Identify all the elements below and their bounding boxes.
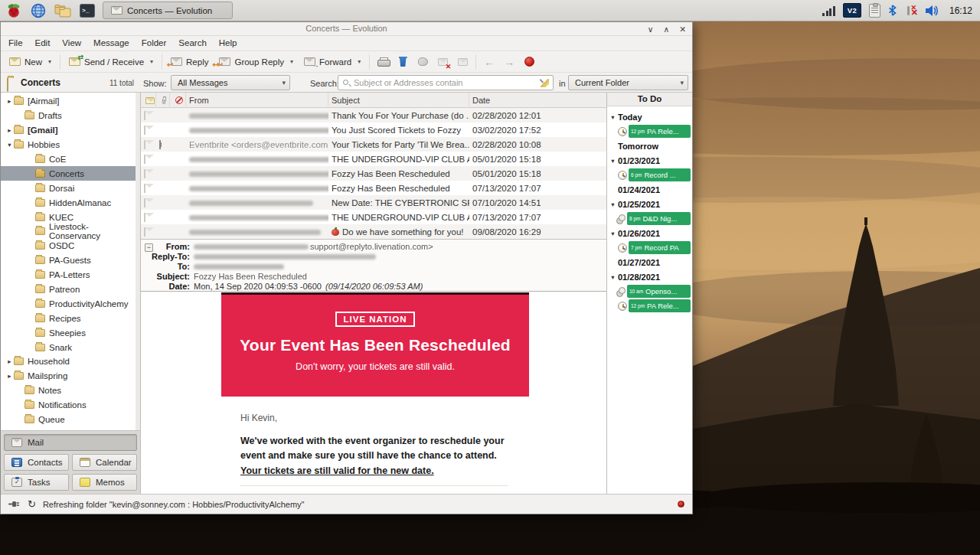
folder-row[interactable]: PA-Guests <box>1 253 136 268</box>
todo-group-row[interactable]: ▾ 01/23/2021 <box>607 153 692 168</box>
folder-row[interactable]: Snark <box>1 340 136 354</box>
folder-row[interactable]: Recipes <box>1 311 136 325</box>
date-column-header[interactable]: Date <box>469 93 606 108</box>
maximize-button[interactable]: ∧ <box>664 25 670 34</box>
flag-column-header[interactable] <box>170 93 186 108</box>
folder-row[interactable]: PA-Letters <box>1 268 136 282</box>
folder-row[interactable]: ▸ Mailspring <box>1 369 136 384</box>
message-row[interactable]: Fozzy Has Been Rescheduled 05/01/2020 15… <box>141 166 606 181</box>
expander-arrow-icon[interactable]: ▸ <box>5 357 14 365</box>
junk-button[interactable] <box>413 53 433 71</box>
archive-button[interactable] <box>452 53 472 71</box>
switcher-button[interactable]: Mail <box>4 434 137 451</box>
bluetooth-icon[interactable] <box>888 5 897 16</box>
menu-item[interactable]: Folder <box>136 36 173 51</box>
forward-button[interactable]: → Forward ▾ <box>299 53 366 71</box>
todo-group-row[interactable]: ▾ 01/26/2021 <box>607 226 692 240</box>
send-receive-button[interactable]: ⇄ Send / Receive ▾ <box>64 53 158 71</box>
terminal-launcher[interactable]: >_ <box>78 2 96 20</box>
switcher-button[interactable]: Contacts <box>4 454 69 471</box>
folder-row[interactable]: ▾ Hobbies <box>1 138 136 152</box>
minimize-button[interactable]: ∨ <box>648 25 654 34</box>
menu-item[interactable]: File <box>2 36 29 51</box>
search-scope-dropdown[interactable]: Current Folder <box>568 75 688 90</box>
message-row[interactable]: THE UNDERGROUND-VIP CLUB A... 07/13/2020… <box>141 210 606 224</box>
folder-row[interactable]: Sheepies <box>1 325 136 340</box>
todo-group-row[interactable]: 01/24/2021 <box>607 182 692 197</box>
menu-item[interactable]: Edit <box>29 36 57 51</box>
window-titlebar[interactable]: Concerts — Evolution ∨ ∧ ✕ <box>1 22 692 36</box>
activity-indicator[interactable] <box>678 501 684 508</box>
todo-group-row[interactable]: ▾ 01/28/2021 <box>607 269 692 284</box>
search-input[interactable] <box>354 78 537 87</box>
menu-item[interactable]: Search <box>172 36 212 51</box>
todo-event-chip[interactable]: 10 am Openso... <box>627 285 691 298</box>
expander-arrow-icon[interactable]: ▾ <box>609 157 616 165</box>
network-offline-icon[interactable]: ✕✕ <box>904 5 918 17</box>
todo-event-chip[interactable]: 8 pm D&D Nig... <box>627 212 691 225</box>
folder-row[interactable]: OSDC <box>1 239 136 253</box>
not-junk-button[interactable]: ✕ <box>433 53 452 71</box>
status-column-header[interactable] <box>141 93 156 108</box>
switcher-button[interactable]: Tasks <box>4 474 69 491</box>
todo-event-chip[interactable]: 12 pm PA Rele... <box>629 125 691 138</box>
message-row[interactable]: Thank You For Your Purchase (do ... 02/2… <box>141 108 606 122</box>
online-status-icon[interactable] <box>8 500 21 508</box>
expander-arrow-icon[interactable]: ▸ <box>5 126 14 134</box>
message-row[interactable]: Do we have something for you! 09/08/2020… <box>141 224 606 239</box>
clock[interactable]: 16:12 <box>949 5 972 16</box>
sidebar-scrollbar[interactable] <box>136 93 140 436</box>
switcher-button[interactable]: Memos <box>72 474 137 491</box>
show-filter-dropdown[interactable]: All Messages <box>171 75 290 90</box>
print-button[interactable] <box>373 53 393 71</box>
delete-button[interactable] <box>393 53 413 71</box>
collapse-headers-button[interactable]: − <box>145 243 153 252</box>
message-row[interactable]: THE UNDERGROUND-VIP CLUB A... 05/01/2020… <box>141 152 606 166</box>
folder-row[interactable]: ProductivityAlchemy <box>1 296 136 311</box>
taskbar-window-button[interactable]: Concerts — Evolution <box>103 2 233 19</box>
expander-arrow-icon[interactable]: ▸ <box>5 97 14 105</box>
tickets-valid-link[interactable]: Your tickets are still valid for the new… <box>240 465 434 476</box>
message-row[interactable]: Eventbrite <orders@eventbrite.com> Your … <box>141 137 606 152</box>
expander-arrow-icon[interactable]: ▾ <box>5 141 14 149</box>
folder-row[interactable]: ▸ [Airmail] <box>1 94 136 109</box>
folder-row[interactable]: Notifications <box>1 398 136 413</box>
cpu-monitor-icon[interactable] <box>822 5 835 16</box>
vnc-icon[interactable]: V2 <box>843 3 861 18</box>
close-button[interactable]: ✕ <box>679 25 686 34</box>
from-column-header[interactable]: From <box>186 93 328 108</box>
message-row[interactable]: You Just Scored Tickets to Fozzy 03/02/2… <box>141 122 606 137</box>
reply-button[interactable]: ↩ Reply <box>165 53 214 71</box>
live-nation-logo[interactable]: LIVE NATION <box>335 312 416 327</box>
folder-row[interactable]: ▸ Household <box>1 354 136 369</box>
new-button[interactable]: New ▾ <box>4 53 57 71</box>
clear-search-icon[interactable] <box>541 79 549 87</box>
todo-group-row[interactable]: Tomorrow <box>607 139 692 153</box>
menu-item[interactable]: View <box>56 36 87 51</box>
message-row[interactable]: New Date: THE CYBERTRONIC SP... 07/10/20… <box>141 195 606 210</box>
todo-group-row[interactable]: ▾ 01/25/2021 <box>607 197 692 211</box>
message-row[interactable]: Fozzy Has Been Rescheduled 07/13/2020 17… <box>141 181 606 195</box>
file-manager-launcher[interactable] <box>54 2 72 20</box>
todo-group-row[interactable]: 01/27/2021 <box>607 255 692 269</box>
expander-arrow-icon[interactable]: ▾ <box>609 230 616 237</box>
stop-button[interactable] <box>519 53 539 71</box>
switcher-button[interactable]: Calendar <box>72 454 137 471</box>
folder-row[interactable]: Dorsai <box>1 181 136 195</box>
clipboard-icon[interactable] <box>869 4 880 18</box>
todo-event-chip[interactable]: 12 pm PA Rele... <box>629 299 691 312</box>
menu-item[interactable]: Help <box>213 36 243 51</box>
folder-row[interactable]: Concerts <box>1 166 136 181</box>
expander-arrow-icon[interactable]: ▾ <box>609 113 616 121</box>
menu-item[interactable]: Message <box>87 36 136 51</box>
volume-icon[interactable] <box>926 5 940 17</box>
group-reply-button[interactable]: ↩↩ Group Reply ▾ <box>214 53 299 71</box>
forward-nav-button[interactable]: → <box>499 53 519 71</box>
todo-group-row[interactable]: ▾ Today <box>607 109 692 124</box>
folder-row[interactable]: Notes <box>1 384 136 398</box>
expander-arrow-icon[interactable]: ▾ <box>609 201 616 208</box>
folder-row[interactable]: Livestock-Conservancy <box>1 224 136 239</box>
todo-event-chip[interactable]: 6 pm Record ... <box>629 168 691 181</box>
folder-row[interactable]: CoE <box>1 152 136 167</box>
folder-row[interactable]: Queue <box>1 413 136 427</box>
